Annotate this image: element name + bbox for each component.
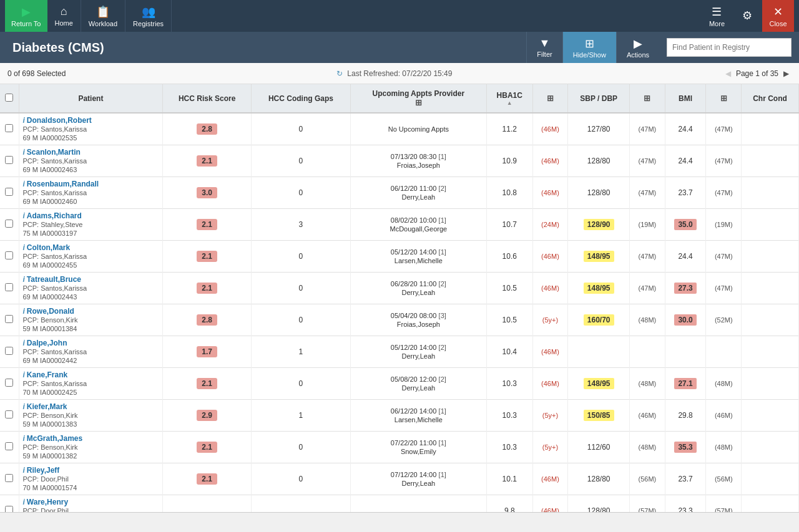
row-checkbox-cell: [0, 177, 19, 209]
bmi-cell: 29.8: [665, 400, 706, 432]
next-page-button[interactable]: ▶: [781, 68, 792, 79]
nav-workload[interactable]: 📋 Workload: [81, 0, 125, 32]
bmi-value: 29.8: [678, 411, 692, 420]
patient-info-icon[interactable]: i: [23, 370, 25, 379]
row-checkbox[interactable]: [5, 188, 13, 196]
col-header-hba1c-extra[interactable]: ⊞: [532, 84, 568, 113]
row-checkbox[interactable]: [5, 251, 13, 259]
row-checkbox[interactable]: [5, 474, 13, 482]
upcoming-appts-cell: No Upcoming Appts: [350, 113, 486, 145]
hba1c-col-icon[interactable]: ⊞: [547, 94, 554, 103]
hcc-risk-cell: 1.7: [163, 336, 252, 368]
hba1c-cell: 10.7: [486, 209, 532, 241]
patient-info-icon[interactable]: i: [23, 498, 25, 506]
patient-info-icon[interactable]: i: [23, 434, 25, 443]
nav-more[interactable]: ☰ More: [702, 0, 732, 32]
col-header-sbp-extra[interactable]: ⊞: [630, 84, 665, 113]
patient-name[interactable]: Dalpe,John: [27, 339, 67, 347]
patient-info-icon[interactable]: i: [23, 466, 25, 475]
prev-page-button[interactable]: ◀: [723, 68, 733, 79]
return-to-button[interactable]: ▶ Return To: [5, 0, 47, 32]
patient-name[interactable]: Tatreault,Bruce: [27, 275, 81, 284]
nav-registries[interactable]: 👥 Registries: [125, 0, 172, 32]
appt-count: [1]: [439, 216, 446, 224]
upcoming-appts-cell: 06/12/20 14:00 [1]Larsen,Michelle: [350, 400, 486, 432]
patient-name[interactable]: Ware,Henry: [27, 498, 68, 506]
row-checkbox[interactable]: [5, 283, 13, 291]
search-input[interactable]: [667, 38, 792, 57]
patient-name[interactable]: McGrath,James: [27, 434, 82, 443]
sbp-flag-cell: (47M): [630, 177, 665, 209]
row-checkbox[interactable]: [5, 220, 13, 228]
patient-name[interactable]: Riley,Jeff: [27, 466, 59, 475]
hcc-risk-badge: 2.8: [197, 123, 217, 135]
row-checkbox[interactable]: [5, 410, 13, 418]
select-all-checkbox[interactable]: [0, 84, 19, 113]
appt-provider: Larsen,Michelle: [395, 416, 443, 423]
bmi-value: 23.7: [678, 475, 692, 483]
actions-button[interactable]: ▶ Actions: [616, 32, 659, 63]
header-checkbox[interactable]: [5, 94, 13, 102]
sbp-dbp-cell: 128/80: [568, 463, 630, 495]
row-checkbox[interactable]: [5, 347, 13, 355]
patient-info-icon[interactable]: i: [23, 148, 25, 157]
patient-name[interactable]: Kane,Frank: [27, 370, 67, 379]
nav-close[interactable]: ✕ Close: [762, 0, 794, 32]
sbp-col-icon[interactable]: ⊞: [644, 94, 650, 103]
row-checkbox[interactable]: [5, 156, 13, 164]
patient-info-icon[interactable]: i: [23, 307, 25, 316]
patient-info-icon[interactable]: i: [23, 339, 25, 347]
patient-name[interactable]: Scanlon,Martin: [27, 148, 81, 157]
nav-settings[interactable]: ⚙: [735, 0, 760, 32]
patient-name[interactable]: Adams,Richard: [27, 211, 82, 220]
gear-icon: ⚙: [742, 9, 752, 22]
hba1c-cell: 10.1: [486, 463, 532, 495]
appts-col-icon[interactable]: ⊞: [415, 98, 422, 107]
bmi-value: 24.4: [678, 125, 692, 133]
hideshow-button[interactable]: ⊞ Hide/Show: [562, 32, 616, 63]
hba1c-flag-cell: (5y+): [532, 400, 568, 432]
bmi-col-icon[interactable]: ⊞: [720, 94, 727, 103]
row-checkbox-cell: [0, 304, 19, 336]
patient-info-icon[interactable]: i: [23, 243, 25, 252]
sbp-age-flag: (47M): [639, 125, 657, 133]
row-checkbox[interactable]: [5, 506, 13, 512]
upcoming-appts-cell: 07/12/20 14:00 [1]Derry,Leah: [350, 463, 486, 495]
hcc-coding-gaps-cell: 0: [252, 113, 351, 145]
patient-name[interactable]: Rowe,Donald: [27, 307, 74, 316]
registries-label: Registries: [133, 20, 164, 27]
chr-cond-cell: [742, 209, 799, 241]
nav-home[interactable]: ⌂ Home: [47, 0, 81, 32]
patient-info-icon[interactable]: i: [23, 211, 25, 220]
hba1c-cell: 10.6: [486, 241, 532, 273]
row-checkbox[interactable]: [5, 315, 13, 323]
patient-info-icon[interactable]: i: [23, 402, 25, 411]
bmi-age-flag: (52M): [715, 316, 733, 324]
appt-date: 05/04/20 08:00: [391, 312, 436, 319]
hba1c-sort-icon[interactable]: ▲: [507, 100, 512, 106]
table-row: iDalpe,JohnPCP: Santos,Karissa69 M IA000…: [0, 336, 799, 368]
table-row: iMcGrath,JamesPCP: Benson,Kirk59 M IA000…: [0, 432, 799, 463]
patient-name[interactable]: Donaldson,Robert: [27, 116, 92, 125]
chr-cond-cell: [742, 304, 799, 336]
patient-cell: iRiley,JeffPCP: Door,Phil70 M IA00001574: [19, 463, 163, 495]
bmi-cell: 24.4: [665, 145, 706, 177]
patient-name[interactable]: Kiefer,Mark: [27, 402, 67, 411]
col-header-bmi-extra[interactable]: ⊞: [706, 84, 742, 113]
row-checkbox[interactable]: [5, 379, 13, 387]
patient-info-icon[interactable]: i: [23, 116, 25, 125]
row-checkbox[interactable]: [5, 124, 13, 132]
bmi-value: 23.3: [678, 506, 692, 512]
refresh-icon[interactable]: ↻: [336, 69, 343, 78]
filter-button[interactable]: ▼ Filter: [526, 32, 562, 63]
sbp-dbp-cell: 128/80: [568, 145, 630, 177]
patient-info-icon[interactable]: i: [23, 180, 25, 188]
row-checkbox[interactable]: [5, 442, 13, 450]
bmi-cell: 23.7: [665, 177, 706, 209]
patient-pcp: PCP: Santos,Karissa: [23, 380, 87, 387]
hba1c-cell: 10.8: [486, 177, 532, 209]
patient-name[interactable]: Colton,Mark: [27, 243, 70, 252]
horizontal-scrollbar[interactable]: [0, 512, 799, 522]
patient-info-icon[interactable]: i: [23, 275, 25, 284]
patient-name[interactable]: Rosenbaum,Randall: [27, 180, 99, 188]
